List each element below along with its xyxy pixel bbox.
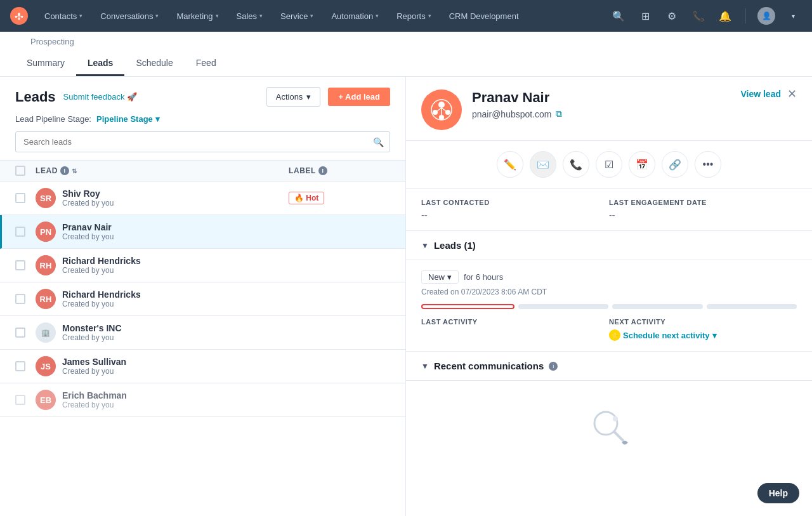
lead-column-header: LEAD [36,166,58,175]
tab-schedule[interactable]: Schedule [124,51,184,76]
progress-step-3 [612,304,703,309]
view-lead-link[interactable]: View lead [740,89,781,99]
label-info-icon[interactable]: i [318,166,327,175]
lead-row[interactable]: JS James Sullivan Created by you [0,350,405,383]
leads-section-title: Leads [15,89,56,105]
nav-automation[interactable]: Automation ▾ [325,9,385,23]
svg-line-16 [614,432,623,440]
row-checkbox[interactable] [15,361,25,371]
more-actions-button[interactable]: ••• [695,151,721,178]
row-checkbox[interactable] [15,294,25,304]
meeting-action-button[interactable]: 📅 [629,151,655,178]
row-checkbox[interactable] [15,193,25,203]
left-panel: Leads Submit feedback 🚀 Actions ▾ + Add … [0,77,406,516]
chevron-down-icon: ▾ [376,13,379,19]
account-chevron-icon[interactable]: ▾ [784,7,802,25]
lead-avatar: PN [36,222,56,242]
schedule-chevron-icon: ▾ [712,331,717,340]
next-activity-col: NEXT ACTIVITY ⭐ Schedule next activity ▾ [609,318,797,341]
nav-conversations[interactable]: Conversations ▾ [94,9,165,23]
nav-service[interactable]: Service ▾ [274,9,320,23]
top-nav: Contacts ▾ Conversations ▾ Marketing ▾ S… [0,0,812,32]
last-engagement-col: LAST ENGAGEMENT DATE -- [609,199,797,220]
nav-marketing[interactable]: Marketing ▾ [170,9,225,23]
search-input[interactable] [15,131,390,152]
notifications-icon[interactable]: 🔔 [716,7,734,25]
lead-label: 🔥 Hot [289,192,390,204]
nav-sales[interactable]: Sales ▾ [230,9,270,23]
lead-info: Shiv Roy Created by you [62,189,289,208]
email-icon: ✉️ [537,159,549,171]
add-lead-button[interactable]: + Add lead [328,88,390,106]
pipeline-filter: Lead Pipeline Stage: Pipeline Stage ▾ [0,114,405,131]
pipeline-label: Lead Pipeline Stage: [15,114,91,124]
pipeline-stage-selector[interactable]: Pipeline Stage ▾ [96,114,160,124]
submit-feedback-link[interactable]: Submit feedback 🚀 [63,92,138,102]
section-chevron-icon: ▼ [421,241,429,250]
leads-section-header[interactable]: ▼ Leads (1) [406,231,812,260]
svg-point-0 [18,13,20,15]
copy-email-icon[interactable]: ⧉ [556,109,562,119]
lead-avatar: RH [36,289,56,309]
search-icon: 🔍 [373,137,384,147]
call-action-button[interactable]: 📞 [563,151,589,178]
marketplace-icon[interactable]: ⊞ [636,7,654,25]
lead-status-badge[interactable]: New ▾ [421,270,459,284]
user-avatar[interactable]: 👤 [757,7,775,25]
select-all-checkbox[interactable] [15,166,25,176]
schedule-next-activity-link[interactable]: ⭐ Schedule next activity ▾ [609,329,797,341]
phone-icon[interactable]: 📞 [690,7,707,25]
tab-leads[interactable]: Leads [76,51,124,76]
subheader: Prospecting Summary Leads Schedule Feed [0,32,812,77]
notes-action-button[interactable]: 🔗 [662,151,688,178]
pipeline-chevron-icon: ▾ [155,114,160,124]
lead-row[interactable]: SR Shiv Roy Created by you 🔥 Hot [0,182,405,215]
hubspot-logo[interactable] [10,7,28,25]
row-checkbox[interactable] [15,227,25,237]
chevron-down-icon: ▾ [259,13,263,19]
empty-state-illustration [584,401,634,452]
lead-row[interactable]: EB Erich Bachman Created by you [0,383,405,417]
lead-row[interactable]: 🏢 Monster's INC Created by you [0,316,405,350]
recent-comms-header[interactable]: ▼ Recent communications i [406,352,812,381]
settings-icon[interactable]: ⚙ [663,7,681,25]
lead-sub: Created by you [62,400,289,409]
empty-communications [406,381,812,472]
recent-comms-info-icon[interactable]: i [549,362,558,371]
lead-row[interactable]: PN Pranav Nair Created by you [0,215,405,249]
lead-name: James Sullivan [62,357,289,367]
activity-row: LAST ACTIVITY NEXT ACTIVITY ⭐ Schedule n… [421,318,797,341]
leads-detail-body: New ▾ for 6 hours Created on 07/20/2023 … [406,260,812,352]
progress-step-1 [421,304,514,309]
lead-row[interactable]: RH Richard Hendricks Created by you [0,282,405,316]
lead-avatar: RH [36,255,56,275]
email-action-button[interactable]: ✉️ [530,151,556,178]
task-icon: ☑ [605,159,613,171]
lead-row[interactable]: RH Richard Hendricks Created by you [0,249,405,282]
status-chevron-icon: ▾ [447,272,452,282]
row-checkbox[interactable] [15,327,25,338]
task-action-button[interactable]: ☑ [596,151,622,178]
lead-sub: Created by you [62,333,289,342]
lead-sub: Created by you [62,367,289,376]
phone-action-icon: 📞 [570,159,582,171]
close-button[interactable]: ✕ [787,87,797,101]
nav-crm-development[interactable]: CRM Development [443,9,525,23]
tab-feed[interactable]: Feed [185,51,228,76]
contact-avatar [421,89,462,130]
row-checkbox[interactable] [15,260,25,270]
lead-info-icon[interactable]: i [60,166,69,175]
lead-sub: Created by you [62,300,289,308]
nav-reports[interactable]: Reports ▾ [390,9,438,23]
edit-action-button[interactable]: ✏️ [497,151,523,178]
nav-contacts[interactable]: Contacts ▾ [38,9,89,23]
pipeline-progress-bar [421,304,797,309]
row-checkbox[interactable] [15,395,25,405]
action-icons-row: ✏️ ✉️ 📞 ☑ 📅 🔗 ••• [406,141,812,189]
tab-summary[interactable]: Summary [15,51,76,76]
search-icon[interactable]: 🔍 [610,7,627,25]
actions-button[interactable]: Actions ▾ [266,87,321,107]
lead-avatar: JS [36,356,56,376]
lead-sort-icon[interactable]: ⇅ [72,168,77,175]
help-button[interactable]: Help [757,483,799,503]
